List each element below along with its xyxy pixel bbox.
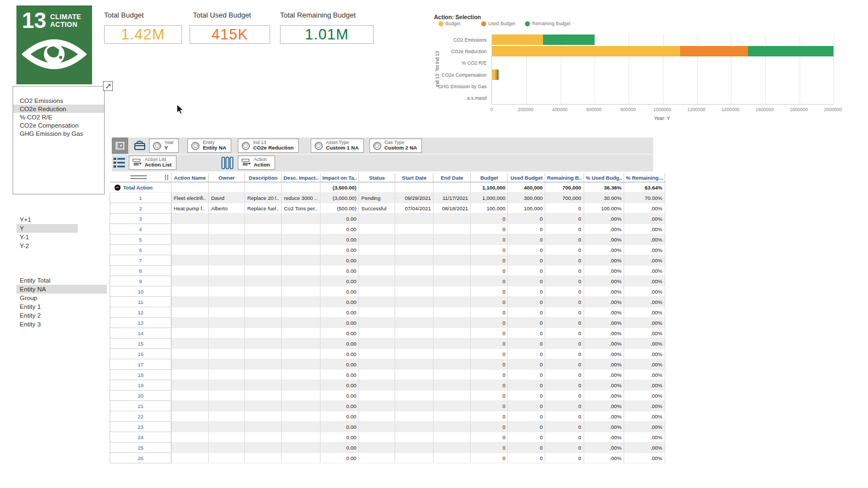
- grid-cell[interactable]: [209, 411, 245, 422]
- grid-cell[interactable]: 0: [508, 370, 545, 380]
- grid-cell[interactable]: [172, 349, 209, 359]
- grid-cell[interactable]: .00%: [624, 453, 665, 463]
- grid-cell[interactable]: Co2 Tons per..: [282, 203, 321, 214]
- grid-cell[interactable]: 0: [508, 359, 545, 370]
- row-number[interactable]: 10: [110, 286, 172, 297]
- grid-cell[interactable]: [172, 432, 209, 443]
- grid-cell[interactable]: .00%: [584, 307, 624, 318]
- expand-icon[interactable]: [103, 81, 113, 91]
- grid-cell[interactable]: reduce 3000 ..: [282, 193, 321, 203]
- grid-cell[interactable]: [209, 401, 245, 411]
- entity-list-item[interactable]: Entity NA: [16, 285, 107, 294]
- grid-cell[interactable]: 0: [471, 307, 508, 318]
- grid-cell[interactable]: .00%: [624, 318, 665, 328]
- grid-cell[interactable]: 0: [545, 401, 584, 411]
- grid-cell[interactable]: [282, 255, 321, 266]
- grid-cell[interactable]: [245, 349, 282, 359]
- grid-cell[interactable]: .00%: [584, 328, 624, 338]
- grid-cell[interactable]: .00%: [584, 453, 624, 463]
- grid-cell[interactable]: [209, 453, 245, 463]
- grid-cell[interactable]: 0.00: [321, 432, 359, 443]
- grid-cell[interactable]: [245, 307, 282, 318]
- indicator-list-item[interactable]: CO2 Emissions: [13, 96, 104, 105]
- grid-cell[interactable]: (500.00): [321, 203, 359, 214]
- grid-cell[interactable]: .00%: [584, 349, 624, 359]
- grid-cell[interactable]: [209, 297, 245, 307]
- grid-cell[interactable]: [245, 443, 282, 453]
- grid-cell[interactable]: 11/17/2021: [433, 193, 471, 203]
- grid-cell[interactable]: [209, 214, 245, 224]
- grid-cell[interactable]: [433, 234, 471, 245]
- row-number[interactable]: 9: [110, 276, 172, 286]
- column-header[interactable]: Desc. Impact..: [282, 173, 321, 182]
- grid-cell[interactable]: 0: [508, 391, 545, 401]
- grid-cell[interactable]: [209, 245, 245, 255]
- grid-cell[interactable]: 0: [508, 297, 545, 307]
- grid-cell[interactable]: 0: [471, 391, 508, 401]
- grid-cell[interactable]: [359, 266, 395, 276]
- row-number[interactable]: 13: [110, 318, 172, 328]
- year-list-item[interactable]: Y+1: [16, 215, 78, 224]
- grid-cell[interactable]: [282, 286, 321, 297]
- column-header[interactable]: End Date: [433, 173, 471, 182]
- grid-cell[interactable]: [359, 380, 395, 391]
- grid-cell[interactable]: 0: [471, 453, 508, 463]
- grid-cell[interactable]: [359, 359, 395, 370]
- row-number[interactable]: 6: [110, 245, 172, 255]
- grid-cell[interactable]: 0: [508, 318, 545, 328]
- grid-cell[interactable]: 0: [545, 214, 584, 224]
- grid-cell[interactable]: 0: [471, 245, 508, 255]
- grid-cell[interactable]: [282, 307, 321, 318]
- grid-cell[interactable]: [433, 338, 471, 349]
- grid-cell[interactable]: 0: [508, 411, 545, 422]
- grid-cell[interactable]: .00%: [584, 286, 624, 297]
- grid-cell[interactable]: [395, 359, 433, 370]
- grid-cell[interactable]: 0: [471, 297, 508, 307]
- grid-cell[interactable]: [245, 422, 282, 432]
- grid-cell[interactable]: David: [209, 193, 245, 203]
- grid-cell[interactable]: .00%: [624, 370, 665, 380]
- grid-cell[interactable]: [433, 359, 471, 370]
- grid-cell[interactable]: .00%: [584, 411, 624, 422]
- grid-cell[interactable]: [245, 182, 282, 193]
- total-row-header[interactable]: −Total Action: [110, 182, 172, 193]
- row-number[interactable]: 2: [110, 203, 172, 214]
- grid-cell[interactable]: .00%: [624, 255, 665, 266]
- row-number[interactable]: 23: [110, 422, 172, 432]
- grid-cell[interactable]: [282, 391, 321, 401]
- grid-cell[interactable]: 0.00: [321, 214, 359, 224]
- row-number[interactable]: 25: [110, 443, 172, 453]
- grid-cell[interactable]: .00%: [584, 443, 624, 453]
- grid-cell[interactable]: 0: [508, 245, 545, 255]
- grid-cell[interactable]: [209, 349, 245, 359]
- grid-cell[interactable]: [282, 349, 321, 359]
- grid-cell[interactable]: [282, 380, 321, 391]
- grid-cell[interactable]: 0: [545, 338, 584, 349]
- grid-cell[interactable]: [359, 297, 395, 307]
- bar-segment[interactable]: [497, 70, 499, 80]
- grid-cell[interactable]: .00%: [624, 224, 665, 234]
- grid-cell[interactable]: [433, 328, 471, 338]
- grid-cell[interactable]: 0: [508, 432, 545, 443]
- grid-cell[interactable]: 0.00: [321, 349, 359, 359]
- grid-cell[interactable]: 0: [545, 245, 584, 255]
- grid-cell[interactable]: .00%: [624, 359, 665, 370]
- grid-cell[interactable]: 0.00: [321, 443, 359, 453]
- grid-cell[interactable]: [433, 182, 471, 193]
- grid-cell[interactable]: [395, 443, 433, 453]
- grid-cell[interactable]: .00%: [624, 349, 665, 359]
- column-header[interactable]: Owner: [209, 173, 245, 182]
- grid-cell[interactable]: [245, 359, 282, 370]
- row-number[interactable]: 16: [110, 349, 172, 359]
- grid-cell[interactable]: [359, 422, 395, 432]
- grid-cell[interactable]: .00%: [584, 266, 624, 276]
- grid-cell[interactable]: 0.00: [321, 318, 359, 328]
- grid-cell[interactable]: [395, 245, 433, 255]
- grid-cell[interactable]: [245, 276, 282, 286]
- grid-cell[interactable]: 0: [471, 266, 508, 276]
- grid-cell[interactable]: 0: [471, 276, 508, 286]
- grid-cell[interactable]: .00%: [584, 338, 624, 349]
- year-list-item[interactable]: Y-2: [16, 242, 78, 250]
- grid-cell[interactable]: [282, 328, 321, 338]
- grid-cell[interactable]: 0: [508, 255, 545, 266]
